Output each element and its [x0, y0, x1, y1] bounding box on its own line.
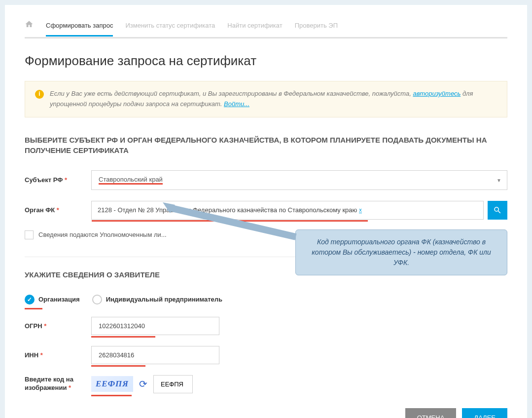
page-title: Формирование запроса на сертификат: [25, 53, 507, 69]
radio-ip-indicator: [92, 295, 102, 304]
tab-find-cert[interactable]: Найти сертификат: [227, 22, 282, 35]
row-captcha: Введите код на изображении * ЕЕФПЯ ⟳: [25, 375, 507, 393]
input-inn[interactable]: [91, 346, 219, 364]
radio-organization[interactable]: Организация: [25, 295, 80, 304]
label-inn: ИНН *: [25, 351, 84, 359]
main-container: Сформировать запрос Изменить статус серт…: [5, 5, 527, 418]
label-organ: Орган ФК *: [25, 206, 84, 214]
tabs: Сформировать запрос Изменить статус серт…: [25, 20, 507, 38]
home-icon[interactable]: [25, 20, 34, 37]
checkbox-auth-label: Сведения подаются Уполномоченным ли...: [38, 231, 167, 238]
select-subject[interactable]: Ставропольский край: [91, 170, 507, 190]
captcha-image: ЕЕФПЯ: [91, 376, 133, 392]
row-subject: Субъект РФ * Ставропольский край ▼: [25, 170, 507, 190]
input-ogrn[interactable]: [91, 317, 219, 335]
radio-row: Организация Индивидуальный предпринимате…: [25, 295, 507, 304]
link-auth[interactable]: авторизуйтесь: [413, 90, 461, 97]
next-button[interactable]: ДАЛЕЕ: [462, 408, 507, 418]
cancel-button[interactable]: ОТМЕНА: [405, 408, 457, 418]
input-organ[interactable]: 2128 - Отдел № 28 Управления Федеральног…: [91, 201, 484, 220]
button-row: ОТМЕНА ДАЛЕЕ: [25, 408, 507, 418]
link-login[interactable]: Войти...: [224, 100, 249, 108]
checkbox-auth[interactable]: [25, 230, 34, 239]
row-ogrn: ОГРН *: [25, 317, 507, 335]
tab-verify-sig[interactable]: Проверить ЭП: [295, 22, 338, 35]
section1-title: ВЫБЕРИТЕ СУБЪЕКТ РФ И ОРГАН ФЕДЕРАЛЬНОГО…: [25, 135, 507, 155]
tab-form-request[interactable]: Сформировать запрос: [46, 22, 113, 35]
label-ogrn: ОГРН *: [25, 322, 84, 330]
row-inn: ИНН *: [25, 346, 507, 364]
search-icon: [493, 206, 502, 215]
info-icon: i: [35, 90, 44, 99]
row-organ: Орган ФК * 2128 - Отдел № 28 Управления …: [25, 201, 507, 220]
label-captcha: Введите код на изображении *: [25, 376, 84, 392]
info-box: i Если у Вас уже есть действующий сертиф…: [25, 81, 507, 117]
tab-change-status[interactable]: Изменить статус сертификата: [125, 22, 215, 35]
radio-ip[interactable]: Индивидуальный предприниматель: [92, 295, 222, 304]
radio-org-indicator: [25, 295, 35, 304]
search-button[interactable]: [488, 201, 507, 220]
callout-tooltip: Код территориального органа ФК (казначей…: [295, 229, 507, 275]
input-captcha[interactable]: [153, 375, 193, 393]
captcha-refresh-icon[interactable]: ⟳: [139, 378, 147, 390]
tag-remove-icon[interactable]: x: [359, 207, 362, 213]
label-subject: Субъект РФ *: [25, 176, 84, 184]
info-text: Если у Вас уже есть действующий сертифик…: [50, 89, 497, 110]
